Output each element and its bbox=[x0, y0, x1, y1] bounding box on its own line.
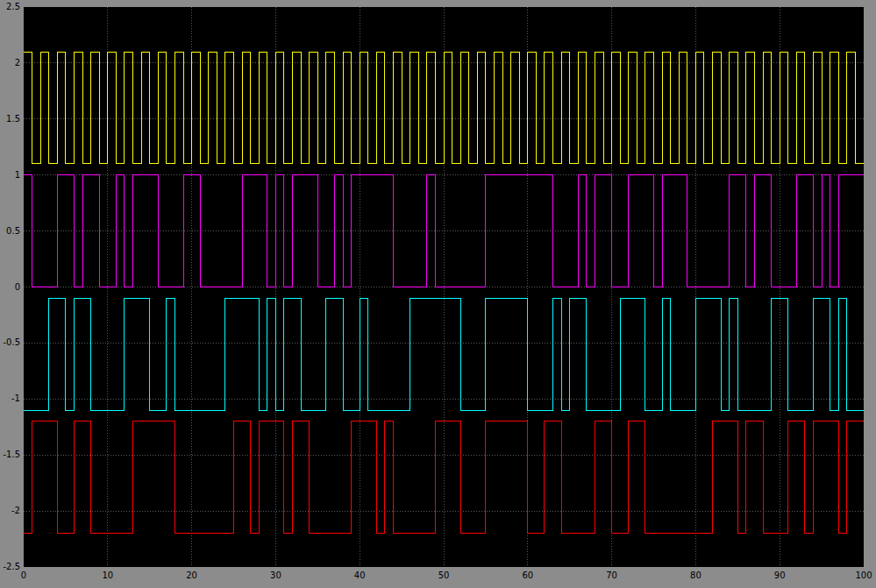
x-tick-label: 70 bbox=[606, 571, 617, 580]
y-tick-label: 2.5 bbox=[6, 3, 20, 11]
trace-yellow-clock bbox=[24, 52, 864, 164]
x-tick-label: 80 bbox=[690, 571, 702, 580]
y-tick-label: -1 bbox=[11, 394, 20, 403]
x-tick-label: 40 bbox=[354, 571, 366, 580]
y-tick-label: 2 bbox=[15, 59, 20, 67]
y-tick-label: 0 bbox=[15, 283, 20, 292]
x-tick-label: 20 bbox=[186, 571, 197, 580]
y-tick-label: 0.5 bbox=[6, 227, 20, 236]
x-tick-label: 30 bbox=[270, 571, 281, 580]
x-tick-label: 10 bbox=[102, 571, 113, 580]
x-tick-label: 60 bbox=[522, 571, 533, 580]
x-tick-label: 100 bbox=[855, 571, 872, 580]
y-tick-label: 1.5 bbox=[6, 115, 20, 124]
x-tick-label: 90 bbox=[774, 571, 786, 580]
scope-plot bbox=[0, 0, 876, 588]
x-tick-label: 50 bbox=[438, 571, 450, 580]
x-tick-label: 0 bbox=[21, 571, 26, 580]
y-tick-label: -2 bbox=[11, 507, 20, 515]
y-tick-label: 1 bbox=[15, 171, 20, 180]
scope-figure: 01020304050607080901002.521.510.50-0.5-1… bbox=[0, 0, 876, 588]
y-tick-label: -1.5 bbox=[3, 450, 20, 459]
y-tick-label: -0.5 bbox=[3, 338, 20, 347]
y-tick-label: -2.5 bbox=[3, 563, 20, 571]
